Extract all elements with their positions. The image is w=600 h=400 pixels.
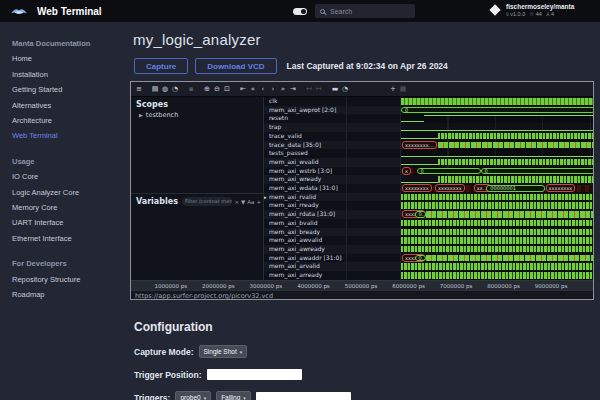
add-variable-icon[interactable]: + xyxy=(256,199,261,205)
chevron-down-icon: ▾ xyxy=(243,395,246,400)
sidebar-item-roadmap[interactable]: Roadmap xyxy=(12,287,124,302)
trigger-edge-select[interactable]: Falling▾ xyxy=(216,391,251,400)
repo-logo-icon xyxy=(489,4,500,15)
surfer-waveform-viewer: ≡▤◍◔▪⊕⊖⊡⇤«‹›»⇥↤↦▬◔+▦ Scopes ▶testbench V… xyxy=(130,81,594,300)
signal-name-mem-axi-wvalid[interactable]: mem_axi_wvalid xyxy=(264,158,346,167)
signal-name-mem-axi-arvalid[interactable]: mem_axi_arvalid xyxy=(264,262,346,271)
sidebar-item-io-core[interactable]: IO Core xyxy=(12,169,124,184)
signal-name-mem-axi-bvalid[interactable]: mem_axi_bvalid xyxy=(264,219,346,228)
menu-icon[interactable]: ≡ xyxy=(134,82,144,97)
signal-name-mem-axi-wdata-31-0[interactable]: mem_axi_wdata [31:0] xyxy=(264,184,346,193)
timeline-tick-label: 4000000 ps xyxy=(297,283,330,289)
next-edge-icon[interactable]: ↦ xyxy=(314,82,324,97)
timeline-tick-label: 1000000 ps xyxy=(155,283,188,289)
load-url-icon[interactable]: ◍ xyxy=(160,82,170,97)
wave-segment xyxy=(401,229,594,236)
sidebar-item-getting-started[interactable]: Getting Started xyxy=(12,82,124,97)
capture-button[interactable]: Capture xyxy=(134,58,188,74)
signal-name-clk[interactable]: clk xyxy=(264,97,346,106)
fast-forward-icon[interactable]: » xyxy=(278,82,288,97)
wave-row: xxxxxxxxxxxxxxxxxx…00000001xxxxxxxx xyxy=(401,184,594,193)
variables-filter-input[interactable]: Filter (context men xyxy=(182,197,233,206)
signal-name-mem-axi-awprot-2-0[interactable]: mem_axi_awprot [2:0] xyxy=(264,106,346,115)
step-back-icon[interactable]: ‹ xyxy=(258,82,268,97)
signal-name-mem-axi-wready[interactable]: mem_axi_wready xyxy=(264,175,346,184)
filter-menu-icon[interactable]: ▼ xyxy=(241,199,245,205)
signal-name-trace-valid[interactable]: trace_valid xyxy=(264,132,346,141)
timeline-bar[interactable]: 1000000 ps2000000 ps3000000 ps4000000 ps… xyxy=(131,280,594,290)
signal-name-tests-passed[interactable]: tests_passed xyxy=(264,149,346,158)
sidebar-item-repository-structure[interactable]: Repository Structure xyxy=(12,272,124,287)
sidebar-item-installation[interactable]: Installation xyxy=(12,67,124,82)
capture-mode-select[interactable]: Single Shot▾ xyxy=(199,345,248,358)
signal-name-mem-axi-rvalid[interactable]: ▸mem_axi_rvalid xyxy=(264,193,346,202)
fast-backward-icon[interactable]: « xyxy=(248,82,258,97)
zoom-fit-icon[interactable]: ⊡ xyxy=(222,82,232,97)
signal-name-mem-axi-wstrb-3-0[interactable]: mem_axi_wstrb [3:0] xyxy=(264,167,346,176)
zoom-out-icon[interactable]: ⊖ xyxy=(212,82,222,97)
fork-icon: Y xyxy=(546,11,550,17)
previous-edge-icon[interactable]: ↤ xyxy=(304,82,314,97)
sidebar-item-alternatives[interactable]: Alternatives xyxy=(12,98,124,113)
wave-row xyxy=(401,271,594,280)
signal-name-resetn[interactable]: resetn xyxy=(264,114,346,123)
timeline-tick-label: 9000000 ps xyxy=(535,283,568,289)
wave-segment: xxxxxxxx… xyxy=(401,142,438,149)
sidebar-section-title: Manta Documentation xyxy=(12,36,124,51)
clear-filter-icon[interactable]: × xyxy=(234,199,239,205)
wave-segment xyxy=(401,263,594,270)
toggle-menu-icon[interactable]: ▬ xyxy=(330,82,340,97)
reload-icon[interactable]: ◔ xyxy=(170,82,180,97)
sidebar-item-memory-core[interactable]: Memory Core xyxy=(12,200,124,215)
wave-segment: 0 xyxy=(401,107,594,114)
wave-segment xyxy=(401,237,594,244)
wave-row xyxy=(401,228,594,237)
signal-name-mem-axi-awready[interactable]: mem_axi_awready xyxy=(264,245,346,254)
grid-view-icon[interactable]: ▦ xyxy=(398,82,408,97)
sidebar-item-ethernet-interface[interactable]: Ethernet Interface xyxy=(12,231,124,246)
trigger-position-input[interactable] xyxy=(207,369,302,380)
wave-segment xyxy=(424,115,594,122)
stop-icon[interactable]: ▪ xyxy=(186,82,196,97)
wave-segment: 00000001 xyxy=(486,185,544,192)
wave-segment xyxy=(401,124,594,131)
wave-canvas[interactable]: 0xxxxxxxx…x00xxxxxxxxxxxxxxxxxx…00000001… xyxy=(401,97,594,280)
signal-name-mem-axi-bready[interactable]: mem_axi_bready xyxy=(264,228,346,237)
wave-row xyxy=(401,262,594,271)
signal-name-trace-data-35-0[interactable]: trace_data [35:0] xyxy=(264,141,346,150)
star-icon: ☆ xyxy=(529,11,534,17)
step-forward-icon[interactable]: › xyxy=(268,82,278,97)
go-to-start-icon[interactable]: ⇤ xyxy=(238,82,248,97)
scope-item-testbench[interactable]: ▶testbench xyxy=(131,111,263,119)
search-input[interactable]: Search xyxy=(315,4,415,18)
signal-name-mem-axi-rready[interactable]: mem_axi_rready xyxy=(264,201,346,210)
wave-row: xxxxxxxx… xyxy=(401,141,594,150)
signal-name-mem-axi-arready[interactable]: mem_axi_arready xyxy=(264,271,346,280)
trigger-value-input[interactable] xyxy=(256,392,351,400)
chevron-down-icon: ▾ xyxy=(204,395,207,400)
repo-link[interactable]: fischermoseley/manta ◊ v1.0.0 ☆ 44 Y 4 xyxy=(489,3,574,17)
theme-toggle[interactable] xyxy=(293,8,307,15)
sidebar-item-web-terminal[interactable]: Web Terminal xyxy=(12,128,124,143)
wave-segment: 0 xyxy=(481,168,594,175)
trigger-probe-select[interactable]: probe0▾ xyxy=(175,391,211,400)
go-to-end-icon[interactable]: ⇥ xyxy=(288,82,298,97)
variables-header: Variables xyxy=(136,197,178,206)
time-indicator-icon[interactable]: ◔ xyxy=(340,82,350,97)
open-file-icon[interactable]: ▤ xyxy=(150,82,160,97)
download-vcd-button[interactable]: Download VCD xyxy=(195,58,276,74)
signal-name-mem-axi-rdata-31-0[interactable]: mem_axi_rdata [31:0] xyxy=(264,210,346,219)
wave-segment: x xyxy=(401,168,417,175)
signal-name-mem-axi-awvalid[interactable]: mem_axi_awvalid xyxy=(264,236,346,245)
zoom-in-icon[interactable]: ⊕ xyxy=(202,82,212,97)
search-placeholder: Search xyxy=(330,8,352,15)
sidebar-item-architecture[interactable]: Architecture xyxy=(12,113,124,128)
signal-name-trap[interactable]: trap xyxy=(264,123,346,132)
signal-name-mem-axi-awaddr-31-0[interactable]: mem_axi_awaddr [31:0] xyxy=(264,254,346,263)
sidebar-item-logic-analyzer-core[interactable]: Logic Analyzer Core xyxy=(12,185,124,200)
match-case-icon[interactable]: Aa xyxy=(247,199,254,205)
sidebar-item-uart-interface[interactable]: UART Interface xyxy=(12,215,124,230)
triggers-label: Triggers: xyxy=(134,393,170,400)
add-signal-icon[interactable]: + xyxy=(388,82,398,97)
sidebar-item-home[interactable]: Home xyxy=(12,51,124,66)
